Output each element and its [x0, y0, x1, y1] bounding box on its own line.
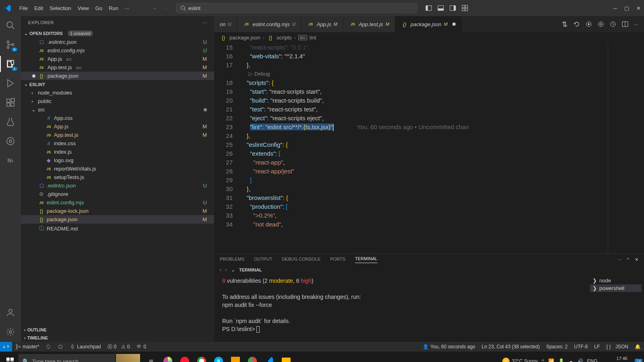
notification-center-icon[interactable]: 24	[635, 359, 642, 362]
taskbar-search[interactable]: 🔍 Type here to search	[19, 354, 115, 362]
panel-tab-output[interactable]: OUTPUT	[254, 257, 272, 263]
layout-sidebar-right-icon[interactable]	[450, 5, 456, 11]
scm-activity-icon[interactable]: 6	[5, 39, 16, 50]
extensions-activity-icon[interactable]	[5, 97, 16, 108]
sync-indicator[interactable]	[42, 344, 54, 350]
open-editor-item[interactable]: {}package.jsonM	[21, 72, 214, 80]
indentation[interactable]: Spaces: 2	[543, 344, 571, 350]
blame-indicator[interactable]: 👤You, 60 seconds ago	[419, 344, 479, 350]
file-explorer-icon[interactable]	[280, 355, 292, 362]
menu-view[interactable]: View	[74, 5, 92, 11]
test-activity-icon[interactable]	[5, 117, 16, 127]
file-item[interactable]: ⬡.eslintrc.jsonU	[21, 181, 214, 190]
eol[interactable]: LF	[591, 344, 603, 350]
folder-item[interactable]: ⌄src	[21, 105, 214, 114]
vscode-taskbar-icon[interactable]	[263, 355, 275, 362]
account-icon[interactable]	[5, 307, 16, 318]
panel-tab-terminal[interactable]: TERMINAL	[355, 256, 378, 263]
breadcrumb-item[interactable]: scripts	[277, 35, 292, 41]
skype-icon[interactable]: S	[213, 355, 225, 362]
compare-icon[interactable]	[561, 21, 568, 27]
timeline-icon[interactable]	[610, 21, 616, 27]
file-item[interactable]: JSindex.js	[21, 148, 214, 156]
language-indicator[interactable]: ENG	[587, 358, 598, 362]
editor-more-icon[interactable]: ···	[634, 21, 638, 27]
panel-tab-problems[interactable]: PROBLEMS	[220, 257, 244, 263]
command-center-search[interactable]: eslint	[176, 3, 417, 13]
breadcrumb[interactable]: {} package.json › {} scripts › abc lint	[214, 32, 644, 43]
tray-chevron-icon[interactable]: ^	[542, 358, 544, 362]
editor-tab[interactable]: JSApp.jsM	[301, 16, 343, 32]
language-mode[interactable]: { } JSON	[603, 344, 632, 350]
debug-codelens[interactable]: ▷ Debug	[240, 70, 608, 78]
menu-selection[interactable]: Selection	[46, 5, 74, 11]
editor-tab[interactable]: onU	[214, 16, 237, 32]
start-button[interactable]	[2, 354, 19, 362]
project-header[interactable]: ⌄ ESLINT	[21, 80, 214, 88]
terminal-shell-node[interactable]: ❯node	[590, 277, 642, 284]
revert-icon[interactable]	[574, 21, 580, 27]
file-item[interactable]: #App.css	[21, 114, 214, 122]
file-item[interactable]: ⚙.gitignore	[21, 190, 214, 198]
editor-tab[interactable]: JSApp.test.jsM	[343, 16, 395, 32]
debug-activity-icon[interactable]	[5, 78, 16, 88]
folder-item[interactable]: ›node_modules	[21, 88, 214, 97]
file-item[interactable]: JSeslint.config.mjsU	[21, 198, 214, 207]
folder-item[interactable]: ›public	[21, 97, 214, 105]
breadcrumb-item[interactable]: package.json	[229, 35, 260, 41]
file-item[interactable]: {}package.jsonM	[21, 215, 214, 224]
terminal-output[interactable]: 8 vulnerabilities (2 moderate, 6 high) T…	[214, 274, 588, 342]
menu-edit[interactable]: Edit	[31, 5, 46, 11]
notifications-icon[interactable]: 🔔	[632, 344, 644, 350]
editor-tab[interactable]: {}package.jsonM	[395, 16, 462, 32]
encoding[interactable]: UTF-8	[571, 344, 591, 350]
search-activity-icon[interactable]	[5, 20, 16, 31]
explorer-more-icon[interactable]: ···	[202, 20, 207, 25]
sublime-icon[interactable]	[229, 355, 242, 362]
file-item[interactable]: ⓘREADME.md	[21, 224, 214, 233]
battery-icon[interactable]: 🔋	[558, 358, 564, 362]
menu-go[interactable]: Go	[92, 5, 105, 11]
branch-indicator[interactable]: master*	[12, 344, 42, 350]
search-highlight-icon[interactable]	[116, 354, 140, 362]
breadcrumb-item[interactable]: lint	[310, 35, 316, 41]
wifi-icon[interactable]: 📶	[548, 358, 554, 362]
nav-back-icon[interactable]: ←	[153, 5, 158, 11]
terminal-shell-powershell[interactable]: ❯powershell	[590, 284, 642, 292]
panel-close-icon[interactable]: ✕	[635, 257, 638, 262]
layout-sidebar-left-icon[interactable]	[425, 5, 432, 11]
task-view-icon[interactable]: ⊞	[145, 355, 157, 362]
menu-more[interactable]: ···	[122, 5, 132, 11]
code-editor[interactable]: 1516171819202122232425262728293031323334…	[214, 43, 644, 253]
panel-tab-ports[interactable]: PORTS	[330, 257, 345, 263]
chevron-right-icon[interactable]: ›	[225, 267, 227, 273]
volume-icon[interactable]: 🔊	[577, 358, 583, 362]
gitlens-indicator[interactable]	[54, 344, 66, 350]
layout-panel-icon[interactable]	[438, 5, 444, 11]
remote-activity-icon[interactable]	[5, 136, 16, 146]
file-item[interactable]: {}package-lock.jsonM	[21, 207, 214, 215]
maximize-icon[interactable]: ▢	[624, 5, 629, 11]
minimize-icon[interactable]: ─	[613, 5, 617, 11]
file-item[interactable]: JSApp.jsM	[21, 122, 214, 131]
chevron-right-icon[interactable]: ›	[220, 267, 221, 273]
open-editor-item[interactable]: JSApp.test.jssrcM	[21, 63, 214, 72]
open-editor-item[interactable]: JSeslint.config.mjsU	[21, 46, 214, 55]
opera-icon[interactable]	[179, 355, 191, 362]
explorer-activity-icon[interactable]: 1	[5, 59, 16, 69]
ports-indicator[interactable]: 0	[133, 344, 149, 350]
menu-run[interactable]: Run	[105, 5, 122, 11]
chrome-canary-icon[interactable]	[246, 355, 258, 362]
open-editor-item[interactable]: JSApp.jssrcM	[21, 55, 214, 63]
timeline-header[interactable]: › TIMELINE	[21, 334, 214, 342]
chrome-icon[interactable]	[196, 355, 208, 362]
launchpad-indicator[interactable]: Launchpad	[66, 344, 104, 350]
layout-customize-icon[interactable]	[462, 5, 468, 11]
editor-tab[interactable]: JSeslint.config.mjsU	[237, 16, 301, 32]
settings-gear-icon[interactable]	[5, 327, 16, 337]
run-icon[interactable]	[586, 21, 592, 27]
file-item[interactable]: ◆logo.svg	[21, 156, 214, 165]
file-item[interactable]: JSApp.test.jsM	[21, 131, 214, 139]
outline-header[interactable]: › OUTLINE	[21, 326, 214, 334]
split-editor-icon[interactable]	[622, 21, 628, 27]
